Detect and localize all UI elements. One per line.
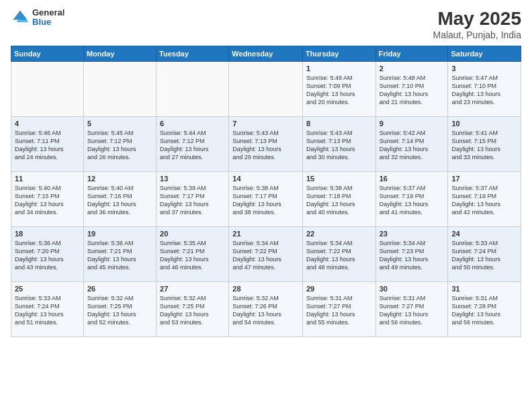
calendar-cell: 15Sunrise: 5:38 AMSunset: 7:18 PMDayligh… [302,172,375,227]
col-monday: Monday [83,46,156,62]
day-number: 22 [306,230,372,238]
day-number: 26 [87,285,152,293]
logo-general: General [32,8,64,17]
day-info: Sunrise: 5:37 AMSunset: 7:19 PMDaylight:… [380,184,445,217]
day-info: Sunrise: 5:49 AMSunset: 7:09 PMDaylight:… [306,74,372,107]
day-info: Sunrise: 5:34 AMSunset: 7:22 PMDaylight:… [232,239,299,272]
day-number: 19 [87,230,152,238]
day-number: 5 [87,120,152,128]
day-info: Sunrise: 5:43 AMSunset: 7:13 PMDaylight:… [232,129,299,162]
day-number: 17 [451,175,517,183]
calendar-cell: 7Sunrise: 5:43 AMSunset: 7:13 PMDaylight… [229,117,303,172]
calendar-cell: 9Sunrise: 5:42 AMSunset: 7:14 PMDaylight… [375,117,448,172]
col-saturday: Saturday [448,46,521,62]
calendar-cell: 31Sunrise: 5:31 AMSunset: 7:28 PMDayligh… [448,282,521,337]
calendar-cell: 28Sunrise: 5:32 AMSunset: 7:26 PMDayligh… [229,282,303,337]
day-info: Sunrise: 5:38 AMSunset: 7:18 PMDaylight:… [306,184,372,217]
calendar-subtitle: Malaut, Punjab, India [433,30,521,40]
calendar-week-1: 1Sunrise: 5:49 AMSunset: 7:09 PMDaylight… [11,62,521,117]
title-block: May 2025 Malaut, Punjab, India [433,8,521,40]
day-number: 3 [451,64,517,73]
day-info: Sunrise: 5:31 AMSunset: 7:27 PMDaylight:… [380,294,445,327]
calendar-cell: 13Sunrise: 5:39 AMSunset: 7:17 PMDayligh… [157,172,229,227]
logo-icon [11,8,30,27]
day-info: Sunrise: 5:36 AMSunset: 7:21 PMDaylight:… [87,239,152,272]
day-number: 30 [380,285,445,293]
day-number: 1 [306,64,372,73]
day-number: 18 [15,230,80,238]
calendar-cell: 6Sunrise: 5:44 AMSunset: 7:12 PMDaylight… [157,117,229,172]
calendar-cell: 1Sunrise: 5:49 AMSunset: 7:09 PMDaylight… [302,62,375,117]
calendar-cell [83,62,156,117]
calendar-cell [11,62,84,117]
day-info: Sunrise: 5:31 AMSunset: 7:28 PMDaylight:… [451,294,517,327]
calendar-cell: 2Sunrise: 5:48 AMSunset: 7:10 PMDaylight… [375,62,448,117]
day-number: 31 [451,285,517,293]
day-info: Sunrise: 5:32 AMSunset: 7:25 PMDaylight:… [160,294,225,327]
logo: General Blue [11,8,64,28]
day-info: Sunrise: 5:45 AMSunset: 7:12 PMDaylight:… [87,129,152,162]
calendar-cell: 18Sunrise: 5:36 AMSunset: 7:20 PMDayligh… [11,227,84,282]
calendar-cell: 19Sunrise: 5:36 AMSunset: 7:21 PMDayligh… [83,227,156,282]
calendar-cell: 27Sunrise: 5:32 AMSunset: 7:25 PMDayligh… [157,282,229,337]
calendar-cell: 25Sunrise: 5:33 AMSunset: 7:24 PMDayligh… [11,282,84,337]
header: General Blue May 2025 Malaut, Punjab, In… [11,8,521,40]
day-info: Sunrise: 5:33 AMSunset: 7:24 PMDaylight:… [15,294,80,327]
col-sunday: Sunday [11,46,84,62]
day-info: Sunrise: 5:35 AMSunset: 7:21 PMDaylight:… [160,239,225,272]
calendar-cell: 23Sunrise: 5:34 AMSunset: 7:23 PMDayligh… [375,227,448,282]
calendar-cell [157,62,229,117]
day-number: 29 [306,285,372,293]
day-number: 10 [451,120,517,128]
day-info: Sunrise: 5:40 AMSunset: 7:15 PMDaylight:… [15,184,80,217]
calendar-cell: 4Sunrise: 5:46 AMSunset: 7:11 PMDaylight… [11,117,84,172]
calendar-cell: 29Sunrise: 5:31 AMSunset: 7:27 PMDayligh… [302,282,375,337]
calendar-cell: 10Sunrise: 5:41 AMSunset: 7:15 PMDayligh… [448,117,521,172]
day-number: 8 [306,120,372,128]
day-info: Sunrise: 5:40 AMSunset: 7:16 PMDaylight:… [87,184,152,217]
calendar-cell: 17Sunrise: 5:37 AMSunset: 7:19 PMDayligh… [448,172,521,227]
calendar-title: May 2025 [433,8,521,30]
col-tuesday: Tuesday [157,46,229,62]
day-number: 7 [232,120,299,128]
day-number: 12 [87,175,152,183]
header-row: Sunday Monday Tuesday Wednesday Thursday… [11,46,521,62]
calendar-cell [229,62,303,117]
day-number: 11 [15,175,80,183]
calendar-cell: 16Sunrise: 5:37 AMSunset: 7:19 PMDayligh… [375,172,448,227]
day-info: Sunrise: 5:32 AMSunset: 7:26 PMDaylight:… [232,294,299,327]
day-number: 16 [380,175,445,183]
logo-text: General Blue [32,8,64,28]
logo-blue: Blue [32,17,64,27]
day-info: Sunrise: 5:48 AMSunset: 7:10 PMDaylight:… [380,74,445,107]
calendar-cell: 30Sunrise: 5:31 AMSunset: 7:27 PMDayligh… [375,282,448,337]
day-number: 6 [160,120,225,128]
calendar-cell: 24Sunrise: 5:33 AMSunset: 7:24 PMDayligh… [448,227,521,282]
day-info: Sunrise: 5:32 AMSunset: 7:25 PMDaylight:… [87,294,152,327]
page: General Blue May 2025 Malaut, Punjab, In… [0,0,532,411]
day-number: 4 [15,120,80,128]
day-number: 27 [160,285,225,293]
calendar-cell: 21Sunrise: 5:34 AMSunset: 7:22 PMDayligh… [229,227,303,282]
calendar-cell: 8Sunrise: 5:43 AMSunset: 7:13 PMDaylight… [302,117,375,172]
day-number: 21 [232,230,299,238]
day-info: Sunrise: 5:46 AMSunset: 7:11 PMDaylight:… [15,129,80,162]
calendar-cell: 3Sunrise: 5:47 AMSunset: 7:10 PMDaylight… [448,62,521,117]
day-number: 25 [15,285,80,293]
col-thursday: Thursday [302,46,375,62]
day-number: 9 [380,120,445,128]
day-number: 15 [306,175,372,183]
day-info: Sunrise: 5:37 AMSunset: 7:19 PMDaylight:… [451,184,517,217]
calendar-cell: 20Sunrise: 5:35 AMSunset: 7:21 PMDayligh… [157,227,229,282]
day-info: Sunrise: 5:44 AMSunset: 7:12 PMDaylight:… [160,129,225,162]
calendar-week-2: 4Sunrise: 5:46 AMSunset: 7:11 PMDaylight… [11,117,521,172]
day-info: Sunrise: 5:47 AMSunset: 7:10 PMDaylight:… [451,74,517,107]
calendar-cell: 12Sunrise: 5:40 AMSunset: 7:16 PMDayligh… [83,172,156,227]
calendar-week-3: 11Sunrise: 5:40 AMSunset: 7:15 PMDayligh… [11,172,521,227]
day-info: Sunrise: 5:31 AMSunset: 7:27 PMDaylight:… [306,294,372,327]
calendar-table: Sunday Monday Tuesday Wednesday Thursday… [11,46,521,337]
day-number: 28 [232,285,299,293]
day-info: Sunrise: 5:43 AMSunset: 7:13 PMDaylight:… [306,129,372,162]
col-friday: Friday [375,46,448,62]
day-info: Sunrise: 5:33 AMSunset: 7:24 PMDaylight:… [451,239,517,272]
